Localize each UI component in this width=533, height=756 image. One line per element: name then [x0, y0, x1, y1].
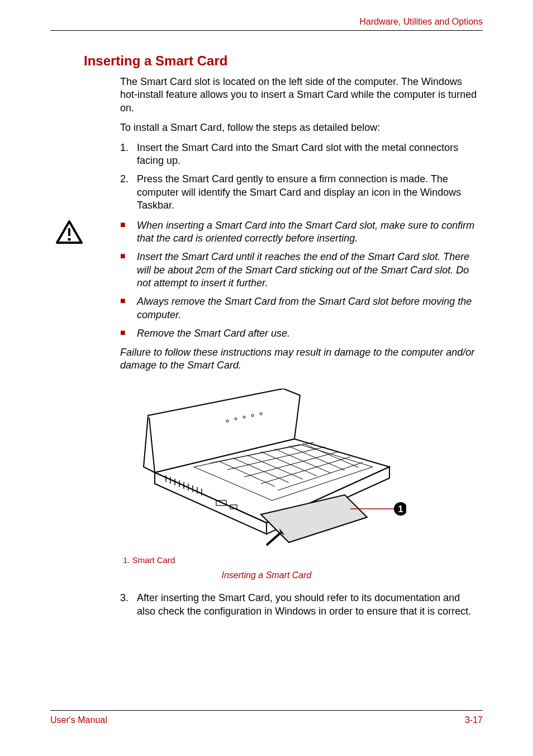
steps-list-12: 1. Insert the Smart Card into the Smart … [120, 141, 477, 212]
footer-left: User's Manual [50, 715, 107, 725]
step-2: 2. Press the Smart Card gently to ensure… [120, 173, 477, 212]
footer-right: 3-17 [465, 715, 483, 725]
figure-area: 1 1. Smart Card Inserting a Smart Card [50, 389, 483, 580]
intro-paragraph-2: To install a Smart Card, follow the step… [120, 121, 477, 134]
step-text: Press the Smart Card gently to ensure a … [137, 173, 461, 211]
caution-tail: Failure to follow these instructions may… [120, 346, 477, 372]
laptop-smartcard-illustration: 1 [127, 389, 406, 551]
svg-point-2 [68, 238, 70, 240]
caution-bullet-2: Insert the Smart Card until it reaches t… [120, 251, 477, 290]
caution-bullet-4: Remove the Smart Card after use. [120, 327, 477, 340]
section-title: Inserting a Smart Card [84, 53, 483, 69]
step-number: 1. [120, 141, 129, 154]
step-number: 2. [120, 173, 129, 186]
caution-block: When inserting a Smart Card into the Sma… [50, 219, 483, 372]
step-number: 3. [120, 592, 129, 604]
svg-rect-1 [68, 228, 70, 236]
step-3: 3. After inserting the Smart Card, you s… [120, 592, 477, 618]
steps-list-3: 3. After inserting the Smart Card, you s… [120, 592, 477, 618]
callout-number: 1 [398, 504, 403, 514]
step-1: 1. Insert the Smart Card into the Smart … [120, 141, 477, 168]
figure-legend: 1. Smart Card [123, 555, 483, 565]
intro-paragraph-1: The Smart Card slot is located on the le… [120, 75, 477, 115]
footer-rule [50, 710, 483, 711]
header-rule [50, 30, 483, 31]
caution-bullet-1: When inserting a Smart Card into the Sma… [120, 219, 477, 245]
caution-bullet-3: Always remove the Smart Card from the Sm… [120, 295, 477, 322]
figure-caption: Inserting a Smart Card [50, 570, 483, 580]
step-text: After inserting the Smart Card, you shou… [137, 592, 471, 616]
step-text: Insert the Smart Card into the Smart Car… [137, 142, 458, 166]
warning-icon [56, 220, 83, 245]
page-footer: User's Manual 3-17 [50, 710, 483, 725]
page-header: Hardware, Utilities and Options [50, 17, 483, 30]
caution-bullets: When inserting a Smart Card into the Sma… [120, 219, 477, 341]
